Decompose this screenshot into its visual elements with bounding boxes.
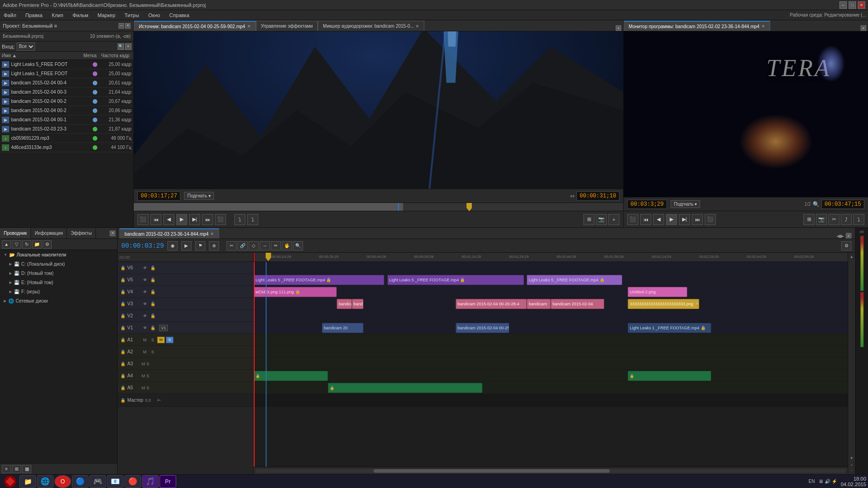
timeline-settings-btn[interactable]: ⚙	[841, 241, 851, 250]
timeline-zoom-in[interactable]: +	[850, 463, 853, 467]
browser-tab-explorer[interactable]: Проводник	[0, 228, 31, 238]
track-v1-lock[interactable]: 🔓	[149, 325, 156, 331]
source-mark-out-btn[interactable]: ⬛	[215, 214, 226, 225]
maximize-btn[interactable]: □	[849, 1, 856, 9]
program-frame-back-btn[interactable]: ◀	[653, 214, 664, 225]
track-v1-sync[interactable]: 🔒	[119, 325, 126, 331]
source-timecode-in[interactable]: 00:03:17;27	[137, 191, 180, 201]
program-panel-expand[interactable]: ≡	[861, 25, 866, 31]
track-a1-solo[interactable]: S	[149, 337, 156, 343]
source-export-frame-btn[interactable]: 📷	[596, 214, 607, 225]
clip-v5-lightleaks-1[interactable]: Light Leaks 5 _FREE FOOTAGE.mp4 🔒	[254, 275, 384, 285]
search-icon[interactable]: 🔍	[118, 43, 124, 50]
menu-titles[interactable]: Титры	[123, 12, 141, 19]
browser-refresh-btn[interactable]: ↻	[22, 240, 31, 249]
browser-up-btn[interactable]: ▲	[2, 240, 11, 249]
timeline-play-btn[interactable]: ▶	[181, 241, 191, 250]
track-v4-sync[interactable]: 🔒	[119, 289, 126, 295]
taskbar-app-5[interactable]: 🎮	[89, 475, 106, 488]
tree-local-drives[interactable]: ▼ 📂 Локальные накопители	[0, 250, 117, 259]
program-export-frame-btn[interactable]: 📷	[816, 214, 827, 225]
project-minimize-btn[interactable]: ─	[119, 23, 124, 29]
taskbar-app-ie[interactable]: 🌐	[37, 475, 54, 488]
timeline-tools-btn[interactable]: ✂	[226, 241, 237, 250]
source-step-back-btn[interactable]: ⏮	[150, 214, 161, 225]
project-item-0[interactable]: ▶Light Leaks 5_FREE FOOT25,00 кадр	[0, 60, 133, 69]
source-tab-close[interactable]: ✕	[247, 24, 251, 29]
tree-network-drives[interactable]: ▶ 🌐 Сетевые диски	[0, 296, 117, 305]
taskbar-app-folder[interactable]: 📁	[19, 475, 36, 488]
track-a2-sync[interactable]: 🔒	[119, 349, 126, 355]
source-timecode-out[interactable]: 00:00:31;10	[577, 191, 619, 201]
timeline-mark-btn[interactable]: ⚑	[195, 241, 205, 250]
source-frame-fwd-btn[interactable]: ▶|	[189, 214, 200, 225]
program-tab-active[interactable]: Монитор программы: bandicam 2015-02-02 2…	[624, 21, 770, 31]
source-play-btn[interactable]: ▶	[176, 214, 187, 225]
track-v5-lock[interactable]: 🔓	[149, 277, 156, 283]
track-a1-mute[interactable]: M	[142, 337, 148, 343]
track-v3-eye[interactable]: 👁	[142, 301, 148, 307]
track-v2-eye[interactable]: 👁	[142, 313, 148, 319]
list-view-icon[interactable]: ≡	[125, 43, 131, 50]
track-v4-lock[interactable]: 🔓	[149, 289, 156, 295]
timeline-scrollbar-thumb[interactable]	[374, 469, 610, 473]
project-item-6[interactable]: ▶bandicam 2015-02-04 00-121,36 кадр	[0, 115, 133, 125]
menu-help[interactable]: Справка	[167, 12, 191, 19]
project-close-btn[interactable]: ✕	[125, 23, 131, 29]
effects-tab[interactable]: Управление эффектами	[256, 21, 318, 31]
input-select[interactable]: Все	[17, 42, 35, 51]
track-a2-mute[interactable]: M	[142, 349, 148, 355]
timeline-scrollbar-track[interactable]	[256, 469, 846, 473]
track-v3-sync[interactable]: 🔒	[119, 301, 126, 307]
tree-drive-c[interactable]: ▶ 💾 C: (Локальный диск)	[0, 259, 117, 268]
source-fit-button[interactable]: Подгнать ▾	[184, 192, 214, 200]
timeline-collapse-icon[interactable]: ◀▶	[837, 233, 844, 238]
browser-filter-btn[interactable]: ▽	[12, 240, 21, 249]
menu-film[interactable]: Фильм	[71, 12, 90, 19]
clip-a4-green-1[interactable]: 🔒	[254, 371, 328, 381]
track-v3-lock[interactable]: 🔓	[149, 301, 156, 307]
project-item-2[interactable]: ▶bandicam 2015-02-04 00-420,61 кадр	[0, 78, 133, 88]
timeline-panel-menu[interactable]: ≡	[846, 233, 851, 238]
clip-v1-bandic-20[interactable]: bandicam 20	[322, 323, 363, 333]
icon-view-btn[interactable]: ⊞	[12, 465, 21, 473]
browser-new-folder-btn[interactable]: 📁	[32, 240, 42, 249]
program-frame-fwd-btn[interactable]: ▶|	[679, 214, 690, 225]
program-safe-margins-btn[interactable]: ⊞	[803, 214, 814, 225]
program-trim-btn[interactable]: ✂	[828, 214, 839, 225]
program-timecode-current[interactable]: 00:03:3;29	[627, 200, 667, 209]
program-timecode-total[interactable]: 00:03:47;15	[821, 200, 864, 209]
program-play-btn[interactable]: ▶	[666, 214, 677, 225]
clip-v3-bandic-1[interactable]: bandicam	[337, 299, 351, 309]
source-frame-back-btn[interactable]: ◀	[163, 214, 174, 225]
track-v6-lock[interactable]: 🔓	[149, 265, 156, 271]
source-insert-btn[interactable]: ⤵	[234, 214, 245, 225]
clip-a5-green[interactable]: 🔒	[328, 383, 482, 393]
timeline-sequence-tab[interactable]: bandicam 2015-02-03 23-36-14-844.mp4 ✕	[119, 228, 219, 238]
track-v2-sync[interactable]: 🔒	[119, 313, 126, 319]
browser-tab-effects[interactable]: Эффекты	[67, 228, 95, 238]
source-add-marker-btn[interactable]: +	[608, 214, 619, 225]
project-item-3[interactable]: ▶bandicam 2015-02-04 00-321,64 кадр	[0, 88, 133, 97]
timeline-zoom-out[interactable]: -	[851, 468, 852, 472]
track-a2-solo[interactable]: S	[149, 349, 156, 355]
timeline-scrollbar[interactable]	[254, 467, 848, 474]
source-safe-margins-btn[interactable]: ⊞	[583, 214, 595, 225]
tree-drive-e[interactable]: ▶ 💾 E: (Новый том)	[0, 278, 117, 287]
timeline-razor-btn[interactable]: ◇	[249, 241, 259, 250]
tree-drive-d[interactable]: ▶ 💾 D: (Новый том)	[0, 268, 117, 278]
track-v6-sync[interactable]: 🔒	[119, 265, 126, 271]
menu-file[interactable]: Файл	[2, 12, 18, 19]
project-item-9[interactable]: ♪4d6ced33133e.mp344 100 Гц	[0, 143, 133, 152]
timeline-add-marker-btn[interactable]: ◉	[167, 241, 178, 250]
program-mark-out-btn[interactable]: ⬛	[705, 214, 716, 225]
clip-v3-bandic-3[interactable]: bandicam 2015-02-04 00-20-28-4	[456, 299, 527, 309]
clip-v1-bandic-0025[interactable]: bandicam 2015-02-04 00-25-5	[456, 323, 509, 333]
audio-mixer-close[interactable]: ✕	[416, 24, 419, 29]
track-v2-lock[interactable]: 🔓	[149, 313, 156, 319]
clip-v1-lightleaks1[interactable]: Light Leaks 1 _FREE FOOTAGE.mp4 🔒	[628, 323, 711, 333]
timeline-slip-btn[interactable]: ↔	[260, 241, 270, 250]
track-a3-sync[interactable]: 🔒	[119, 361, 126, 367]
program-lift-btn[interactable]: ⤴	[841, 214, 852, 225]
project-item-5[interactable]: ▶bandicam 2015-02-04 00-220,86 кадр	[0, 106, 133, 115]
